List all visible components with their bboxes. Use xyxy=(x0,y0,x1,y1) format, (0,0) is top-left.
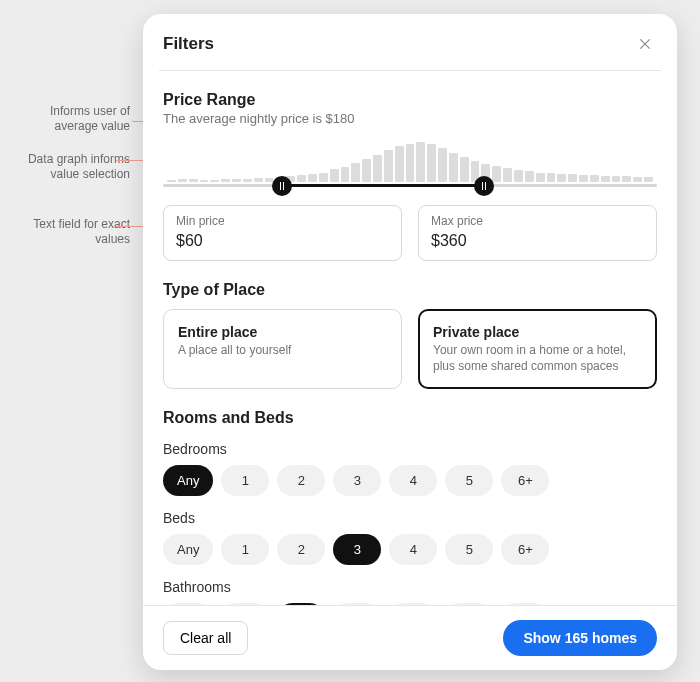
histogram-bar xyxy=(341,167,350,182)
close-icon xyxy=(638,37,652,51)
annotation-avg: Informs user of average value xyxy=(10,104,130,134)
modal-footer: Clear all Show 165 homes xyxy=(143,605,677,670)
histogram-bar xyxy=(503,168,512,182)
count-pill[interactable]: 6+ xyxy=(501,534,549,565)
histogram-bar xyxy=(427,144,436,182)
count-pill[interactable]: 6+ xyxy=(501,465,549,496)
histogram-bar xyxy=(536,173,545,182)
count-pill[interactable]: Any xyxy=(163,465,213,496)
count-pill[interactable]: Any xyxy=(163,534,213,565)
rooms-beds-title: Rooms and Beds xyxy=(163,409,657,427)
place-option-title: Private place xyxy=(433,324,642,340)
histogram-bar xyxy=(644,177,653,182)
histogram-bar xyxy=(416,142,425,182)
section-price-range: Price Range The average nightly price is… xyxy=(163,71,657,261)
histogram-bar xyxy=(612,176,621,182)
histogram-bar xyxy=(590,175,599,182)
place-option-desc: Your own room in a home or a hotel, plus… xyxy=(433,343,642,374)
histogram-bar xyxy=(210,180,219,182)
section-type-of-place: Type of Place Entire placeA place all to… xyxy=(163,261,657,389)
rooms-group-label: Bedrooms xyxy=(163,441,657,457)
histogram-bar xyxy=(362,159,371,182)
histogram-bar xyxy=(622,176,631,182)
pill-row: Any123456+ xyxy=(163,465,657,496)
count-pill[interactable]: 4 xyxy=(389,534,437,565)
count-pill[interactable]: 2 xyxy=(277,534,325,565)
histogram-bar xyxy=(514,170,523,182)
histogram-bar xyxy=(384,150,393,182)
annotation-graph: Data graph informs value selection xyxy=(10,152,130,182)
place-option-title: Entire place xyxy=(178,324,387,340)
max-price-label: Max price xyxy=(431,214,644,228)
histogram-bar xyxy=(601,176,610,182)
histogram-bar xyxy=(232,179,241,182)
max-price-input[interactable] xyxy=(431,232,644,250)
min-price-input[interactable] xyxy=(176,232,389,250)
histogram-bar xyxy=(351,163,360,182)
price-range-title: Price Range xyxy=(163,91,657,109)
filters-modal: Filters Price Range The average nightly … xyxy=(143,14,677,670)
histogram-bar xyxy=(633,177,642,182)
modal-title: Filters xyxy=(163,34,214,54)
count-pill[interactable]: 3 xyxy=(333,465,381,496)
histogram-bar xyxy=(373,155,382,182)
histogram-bar xyxy=(330,169,339,182)
count-pill[interactable]: 5 xyxy=(445,534,493,565)
histogram-bar xyxy=(297,175,306,182)
place-option-card[interactable]: Private placeYour own room in a home or … xyxy=(418,309,657,389)
price-range-subtitle: The average nightly price is $180 xyxy=(163,111,657,126)
min-price-field[interactable]: Min price xyxy=(163,205,402,261)
histogram-bar xyxy=(449,153,458,182)
histogram-bar xyxy=(221,179,230,182)
histogram-bar xyxy=(243,179,252,182)
histogram-bar xyxy=(492,166,501,182)
modal-header: Filters xyxy=(143,14,677,70)
place-option-card[interactable]: Entire placeA place all to yourself xyxy=(163,309,402,389)
modal-scroll[interactable]: Price Range The average nightly price is… xyxy=(143,71,677,605)
clear-all-button[interactable]: Clear all xyxy=(163,621,248,655)
count-pill[interactable]: 3 xyxy=(333,534,381,565)
histogram-bar xyxy=(319,173,328,182)
rooms-group-label: Beds xyxy=(163,510,657,526)
count-pill[interactable]: 2 xyxy=(277,465,325,496)
histogram-bar xyxy=(525,171,534,182)
close-button[interactable] xyxy=(633,32,657,56)
slider-track-active xyxy=(282,184,485,187)
histogram-bar xyxy=(547,173,556,182)
slider-handle-min[interactable] xyxy=(272,176,292,196)
section-rooms-beds: Rooms and Beds BedroomsAny123456+BedsAny… xyxy=(163,389,657,605)
count-pill[interactable]: 1 xyxy=(221,534,269,565)
show-results-button[interactable]: Show 165 homes xyxy=(503,620,657,656)
histogram-bar xyxy=(308,174,317,182)
max-price-field[interactable]: Max price xyxy=(418,205,657,261)
histogram-bar xyxy=(200,180,209,182)
rooms-group-label: Bathrooms xyxy=(163,579,657,595)
place-options: Entire placeA place all to yourselfPriva… xyxy=(163,309,657,389)
pill-row: Any123456+ xyxy=(163,534,657,565)
histogram-bar xyxy=(406,144,415,182)
count-pill[interactable]: 5 xyxy=(445,465,493,496)
price-input-row: Min price Max price xyxy=(163,205,657,261)
histogram-bar xyxy=(557,174,566,182)
histogram-bar xyxy=(167,180,176,182)
price-histogram-slider xyxy=(163,136,657,191)
place-option-desc: A place all to yourself xyxy=(178,343,387,359)
histogram-bar xyxy=(189,179,198,182)
histogram-bar xyxy=(460,157,469,182)
count-pill[interactable]: 4 xyxy=(389,465,437,496)
histogram-bar xyxy=(568,174,577,182)
count-pill[interactable]: 1 xyxy=(221,465,269,496)
histogram-bar xyxy=(254,178,263,182)
histogram-bar xyxy=(395,146,404,182)
histogram-bar xyxy=(579,175,588,182)
histogram-bar xyxy=(178,179,187,182)
type-of-place-title: Type of Place xyxy=(163,281,657,299)
min-price-label: Min price xyxy=(176,214,389,228)
annotation-textfield: Text field for exact values xyxy=(10,217,130,247)
slider-handle-max[interactable] xyxy=(474,176,494,196)
histogram-bar xyxy=(438,148,447,182)
price-histogram xyxy=(163,142,657,182)
